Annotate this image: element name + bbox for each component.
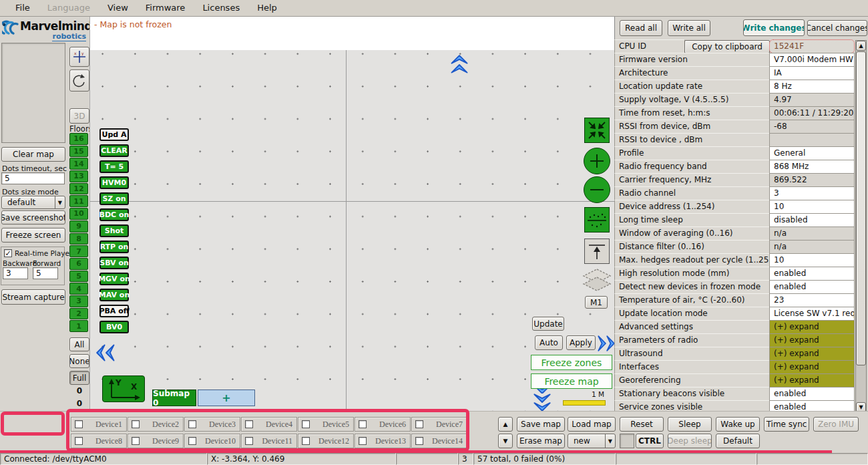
param-value[interactable]: 10 bbox=[769, 200, 855, 214]
device-toggle-device1[interactable]: Device1 bbox=[71, 417, 127, 432]
erase-map-button[interactable]: Erase map bbox=[517, 434, 565, 448]
axis-view-button[interactable]: xy bbox=[69, 47, 89, 67]
floor-button-15[interactable]: 15 bbox=[69, 146, 88, 158]
floor-button-1[interactable]: 1 bbox=[69, 320, 88, 332]
load-map-button[interactable]: Load map bbox=[568, 417, 616, 432]
clear-map-button[interactable]: Clear map bbox=[1, 147, 65, 162]
map-cmd-mav-on[interactable]: MAV on bbox=[99, 289, 129, 301]
param-value[interactable]: -68 bbox=[769, 120, 855, 134]
floors-all-button[interactable]: All bbox=[69, 337, 89, 351]
param-value[interactable]: 00:06:11 / 11:29:20 / 0 bbox=[769, 106, 855, 120]
device-toggle-device13[interactable]: Device13 bbox=[355, 434, 411, 448]
update-button[interactable]: Update bbox=[532, 317, 564, 331]
cpu-id-value[interactable]: 15241F bbox=[769, 39, 855, 53]
floor-button-14[interactable]: 14 bbox=[69, 158, 88, 170]
add-submap-tab[interactable]: + bbox=[198, 390, 255, 406]
pan-up-icon[interactable] bbox=[450, 55, 469, 75]
param-value[interactable]: (+) expand bbox=[769, 360, 855, 374]
map-cmd-upd-a[interactable]: Upd A bbox=[99, 128, 129, 141]
freeze-screen-button[interactable]: Freeze screen bbox=[1, 228, 65, 243]
device-checkbox[interactable] bbox=[359, 420, 367, 428]
device-toggle-device12[interactable]: Device12 bbox=[298, 434, 354, 448]
floor-button-11[interactable]: 11 bbox=[69, 195, 88, 207]
map-cmd-hvm0[interactable]: HVM0 bbox=[99, 176, 129, 189]
pan-down-more-icon[interactable] bbox=[533, 394, 552, 411]
param-value[interactable]: 8 Hz bbox=[769, 80, 855, 94]
default-button[interactable]: Default bbox=[716, 434, 760, 448]
rotate-view-button[interactable] bbox=[69, 69, 89, 92]
device-checkbox[interactable] bbox=[132, 437, 140, 445]
chevron-down-icon[interactable]: ▼ bbox=[55, 196, 65, 208]
param-value[interactable]: (+) expand bbox=[769, 320, 855, 334]
param-value[interactable]: n/a bbox=[769, 226, 855, 241]
realtime-player-checkbox[interactable]: ✓ bbox=[4, 249, 12, 257]
param-value[interactable]: 868 MHz bbox=[769, 160, 855, 174]
floor-button-8[interactable]: 8 bbox=[69, 233, 88, 245]
time-sync-button[interactable]: Time sync bbox=[764, 417, 809, 432]
beacon-list-box[interactable] bbox=[1, 43, 65, 143]
param-value[interactable]: (+) expand bbox=[769, 347, 855, 361]
menu-file[interactable]: File bbox=[7, 1, 39, 15]
write-changes-button[interactable]: Write changes bbox=[743, 19, 805, 36]
param-value[interactable] bbox=[769, 133, 855, 147]
device-checkbox[interactable] bbox=[302, 420, 310, 428]
chevron-down-icon[interactable]: ▼ bbox=[605, 434, 615, 448]
device-checkbox[interactable] bbox=[188, 420, 196, 428]
floor-button-12[interactable]: 12 bbox=[69, 183, 88, 195]
floors-full-button[interactable]: Full bbox=[69, 371, 89, 385]
save-map-button[interactable]: Save map bbox=[517, 417, 565, 432]
param-value[interactable]: disabled bbox=[769, 213, 855, 227]
floor-button-2[interactable]: 2 bbox=[69, 308, 88, 320]
save-screenshot-button[interactable]: Save screenshot bbox=[1, 210, 65, 224]
menu-firmware[interactable]: Firmware bbox=[137, 1, 194, 15]
wake-up-button[interactable]: Wake up bbox=[716, 417, 760, 432]
floor-button-7[interactable]: 7 bbox=[69, 245, 88, 257]
device-toggle-device11[interactable]: Device11 bbox=[241, 434, 297, 448]
map-cmd-bdc-on[interactable]: BDC on bbox=[99, 208, 129, 221]
device-checkbox[interactable] bbox=[188, 437, 196, 445]
param-value[interactable]: General bbox=[769, 146, 855, 160]
map-cmd-clear[interactable]: CLEAR bbox=[99, 144, 129, 157]
menu-licenses[interactable]: Licenses bbox=[194, 1, 248, 15]
layers-button[interactable] bbox=[582, 267, 612, 294]
map-cmd-pba-off[interactable]: PBA off bbox=[99, 305, 129, 317]
param-value[interactable]: License SW v7.1 required bbox=[769, 307, 855, 321]
param-value[interactable]: IA bbox=[769, 66, 855, 80]
floor-button-5[interactable]: 5 bbox=[69, 271, 88, 283]
map-cmd-sz-on[interactable]: SZ on bbox=[99, 192, 129, 205]
backward-input[interactable]: 3 bbox=[3, 267, 28, 279]
device-checkbox[interactable] bbox=[415, 420, 423, 428]
map-cmd-t-5[interactable]: T= 5 bbox=[99, 160, 129, 173]
device-toggle-device5[interactable]: Device5 bbox=[298, 417, 354, 432]
pan-left-icon[interactable] bbox=[96, 342, 116, 363]
device-toggle-device3[interactable]: Device3 bbox=[184, 417, 240, 432]
floor-button-6[interactable]: 6 bbox=[69, 258, 88, 270]
device-page-down-icon[interactable]: ▼ bbox=[498, 434, 513, 448]
reset-button[interactable]: Reset bbox=[620, 417, 664, 432]
submap-tab[interactable]: Submap 0 bbox=[152, 390, 196, 406]
sleep-button[interactable]: Sleep bbox=[668, 417, 712, 432]
deep-sleep-button[interactable]: Deep sleep bbox=[668, 434, 712, 448]
copy-to-clipboard-button[interactable]: Copy to clipboard bbox=[684, 40, 770, 53]
map-cmd-shot[interactable]: Shot bbox=[99, 224, 129, 237]
map-name-select[interactable]: new ▼ bbox=[568, 434, 616, 448]
floor-button-16[interactable]: 16 bbox=[69, 133, 88, 145]
param-value[interactable]: 3 bbox=[769, 186, 855, 200]
zero-imu-button[interactable]: Zero IMU bbox=[813, 417, 859, 432]
fit-to-view-button[interactable] bbox=[584, 118, 610, 143]
dots-size-select[interactable]: default ▼ bbox=[1, 196, 65, 209]
device-toggle-device7[interactable]: Device7 bbox=[411, 417, 467, 432]
param-value[interactable]: V7.000i Modem HW v5 bbox=[769, 53, 855, 67]
floor-button-9[interactable]: 9 bbox=[69, 220, 88, 232]
apply-button[interactable]: Apply bbox=[566, 335, 596, 350]
device-checkbox[interactable] bbox=[132, 420, 140, 428]
freeze-map-button[interactable]: Freeze map bbox=[531, 373, 612, 389]
floor-button-10[interactable]: 10 bbox=[69, 208, 88, 220]
device-toggle-device9[interactable]: Device9 bbox=[128, 434, 184, 448]
ctrl-checkbox[interactable] bbox=[620, 434, 634, 448]
param-value[interactable]: enabled bbox=[769, 267, 855, 281]
floor-button-3[interactable]: 3 bbox=[69, 295, 88, 307]
device-checkbox[interactable] bbox=[302, 437, 310, 445]
device-checkbox[interactable] bbox=[415, 437, 423, 445]
device-toggle-device8[interactable]: Device8 bbox=[71, 434, 127, 448]
